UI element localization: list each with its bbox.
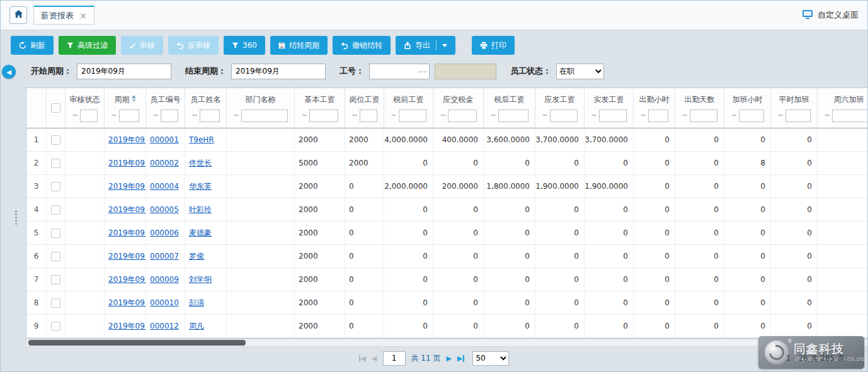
panel-drag-handle[interactable] xyxy=(14,209,18,226)
audit-button[interactable]: 审核 xyxy=(121,36,163,55)
filter-input-pretax[interactable] xyxy=(399,110,426,122)
filter-input-base_salary[interactable] xyxy=(309,110,338,122)
employee-status-select[interactable]: 在职 xyxy=(556,64,604,79)
collapse-panel-button[interactable]: ◀ xyxy=(2,65,16,79)
filter-input-emp_name[interactable] xyxy=(200,110,220,122)
filter-operator-icon[interactable]: ~ xyxy=(824,111,830,120)
filter-input-emp_no[interactable] xyxy=(161,110,178,122)
row-checkbox[interactable] xyxy=(51,275,60,285)
table-row[interactable]: 32019年09月000004华东英200002,000.0000200.000… xyxy=(26,175,868,198)
period-link[interactable]: 2019年09月 xyxy=(108,298,146,308)
filter-input-sat_ot[interactable] xyxy=(832,110,868,122)
table-row[interactable]: 22019年09月000002佟世长500020000000000800 xyxy=(26,152,868,175)
filter-operator-icon[interactable]: ~ xyxy=(111,111,117,120)
table-row[interactable]: 72019年09月000009刘学明200000000000000 xyxy=(26,268,868,291)
row-checkbox[interactable] xyxy=(51,322,60,331)
filter-operator-icon[interactable]: ~ xyxy=(591,111,597,120)
tab-close-icon[interactable]: × xyxy=(79,11,87,20)
advanced-filter-button[interactable]: 高级过滤 xyxy=(59,36,116,55)
filter-input-ot_hours[interactable] xyxy=(739,110,764,122)
period-link[interactable]: 2019年09月 xyxy=(108,251,146,262)
sort-icon[interactable] xyxy=(132,95,136,104)
emp_name-link[interactable]: 彭清 xyxy=(189,298,204,308)
period-link[interactable]: 2019年09月 xyxy=(108,135,146,145)
last-page-button[interactable]: ▶ xyxy=(457,355,464,362)
emp_no-link[interactable]: 000009 xyxy=(150,275,179,284)
page-size-select[interactable]: 50 xyxy=(472,351,509,366)
emp_no-link[interactable]: 000010 xyxy=(150,298,179,307)
filter-operator-icon[interactable]: ~ xyxy=(191,111,197,120)
emp_name-link[interactable]: 叶彩玲 xyxy=(189,205,212,215)
filter-operator-icon[interactable]: ~ xyxy=(640,111,646,120)
refresh-button[interactable]: 刷新 xyxy=(11,36,54,55)
filter-input-dept[interactable] xyxy=(241,110,288,122)
emp_no-link[interactable]: 000005 xyxy=(150,205,179,214)
filter-input-actual[interactable] xyxy=(599,110,627,122)
next-page-button[interactable]: ▶ xyxy=(446,355,451,362)
emp_no-link[interactable]: 000006 xyxy=(150,228,179,237)
emp_no-link[interactable]: 000001 xyxy=(150,135,179,144)
table-row[interactable]: 12019年09月000001T9eHR200020004,000.000040… xyxy=(26,128,868,152)
row-checkbox[interactable] xyxy=(51,182,60,191)
filter-input-payable[interactable] xyxy=(550,110,578,122)
filter-operator-icon[interactable]: ~ xyxy=(682,111,687,120)
emp_name-link[interactable]: 周凡 xyxy=(189,321,204,332)
emp_name-link[interactable]: 刘学明 xyxy=(189,274,212,285)
emp_name-link[interactable]: 佟世长 xyxy=(189,158,212,169)
table-row[interactable]: 82019年09月000010彭清200000000000000 xyxy=(26,291,868,315)
emp_name-link[interactable]: 麦德豪 xyxy=(189,228,212,239)
filter-input-tax[interactable] xyxy=(448,110,477,122)
row-checkbox[interactable] xyxy=(51,135,60,145)
table-row[interactable]: 42019年09月000005叶彩玲200000000000000 xyxy=(26,198,868,222)
export-button[interactable]: 导出 xyxy=(396,36,455,55)
emp_name-link[interactable]: 华东英 xyxy=(189,181,212,192)
print-button[interactable]: 打印 xyxy=(472,36,515,55)
filter-operator-icon[interactable]: ~ xyxy=(391,111,396,120)
row-checkbox[interactable] xyxy=(51,205,60,215)
row-checkbox[interactable] xyxy=(51,298,60,308)
filter-input-audit_status[interactable] xyxy=(80,110,98,122)
filter-input-weekday_ot[interactable] xyxy=(785,110,811,122)
filter-input-period[interactable] xyxy=(119,110,139,122)
end-period-input[interactable] xyxy=(231,64,326,79)
scrollbar-thumb[interactable] xyxy=(28,340,246,346)
filter-operator-icon[interactable]: ~ xyxy=(490,111,496,120)
filter-operator-icon[interactable]: ~ xyxy=(542,111,547,120)
emp_no-link[interactable]: 000002 xyxy=(150,159,179,167)
dropdown-caret-icon[interactable] xyxy=(436,40,447,50)
emp_no-link[interactable]: 000012 xyxy=(150,322,179,330)
customize-desktop-button[interactable]: 自定义桌面 xyxy=(802,9,859,21)
filter-operator-icon[interactable]: ~ xyxy=(777,111,783,120)
filter-input-att_hours[interactable] xyxy=(648,110,668,122)
horizontal-scrollbar[interactable] xyxy=(26,339,868,347)
first-page-button[interactable]: ◀ xyxy=(359,355,366,362)
filter-operator-icon[interactable]: ~ xyxy=(72,111,77,120)
row-checkbox[interactable] xyxy=(51,159,60,168)
filter-input-post_salary[interactable] xyxy=(360,110,377,122)
ellipsis-lookup-button[interactable]: ... xyxy=(418,65,427,74)
period-link[interactable]: 2019年09月 xyxy=(108,205,146,215)
filter-operator-icon[interactable]: ~ xyxy=(440,111,445,120)
view-360-button[interactable]: 360 xyxy=(224,36,265,55)
row-checkbox[interactable] xyxy=(51,228,60,238)
period-link[interactable]: 2019年09月 xyxy=(108,158,146,169)
tab-salary-report[interactable]: 薪资报表 × xyxy=(33,6,94,25)
emp_no-link[interactable]: 000004 xyxy=(150,182,179,191)
select-all-checkbox[interactable] xyxy=(51,103,60,113)
period-link[interactable]: 2019年09月 xyxy=(108,228,146,239)
emp_no-link[interactable]: 000007 xyxy=(150,252,179,261)
filter-operator-icon[interactable]: ~ xyxy=(301,111,307,120)
reverse-audit-button[interactable]: 反审核 xyxy=(168,36,219,55)
prev-page-button[interactable]: ◀ xyxy=(372,355,377,362)
emp_name-link[interactable]: T9eHR xyxy=(189,135,214,144)
filter-operator-icon[interactable]: ~ xyxy=(152,111,158,120)
home-button[interactable] xyxy=(9,6,27,24)
emp_name-link[interactable]: 罗俊 xyxy=(189,251,204,262)
filter-operator-icon[interactable]: ~ xyxy=(351,111,357,120)
filter-operator-icon[interactable]: ~ xyxy=(233,111,239,120)
period-link[interactable]: 2019年09月 xyxy=(108,321,146,332)
period-link[interactable]: 2019年09月 xyxy=(108,181,146,192)
page-number-input[interactable] xyxy=(383,351,406,366)
table-row[interactable]: 62019年09月000007罗俊200000000000000 xyxy=(26,245,868,268)
filter-operator-icon[interactable]: ~ xyxy=(731,111,736,120)
